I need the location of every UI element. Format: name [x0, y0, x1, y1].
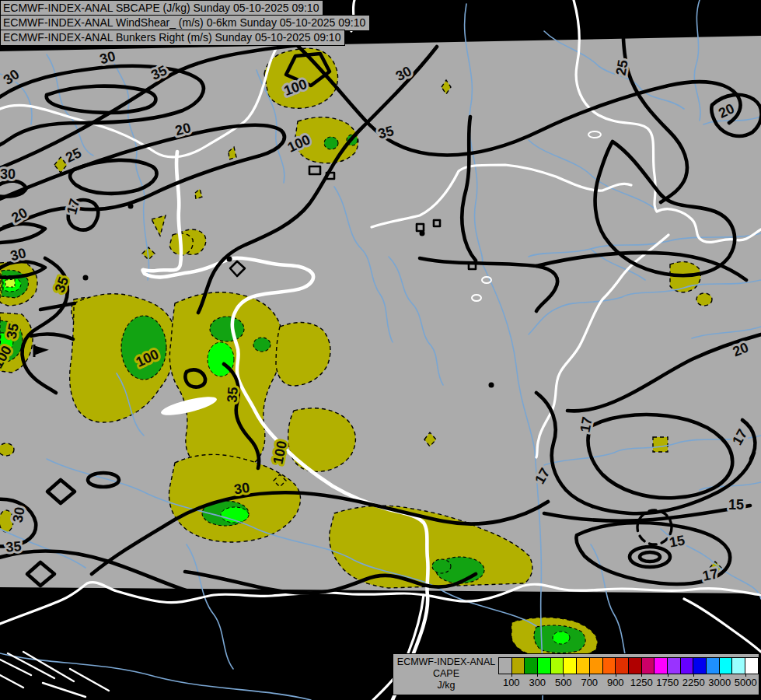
legend-color-cell: [563, 658, 576, 674]
legend-tick-label: 5000: [735, 677, 757, 688]
weather-map: 3030352025301720100100303525203035351001…: [0, 0, 761, 700]
legend-tick-label: 300: [529, 677, 546, 688]
legend-tick-label: 1750: [656, 677, 679, 688]
contour-label: 30: [233, 480, 251, 498]
contour-label: 15: [728, 497, 744, 513]
legend-tick-label: 3000: [708, 677, 731, 688]
legend-color-cell: [537, 658, 550, 674]
legend-title: ECMWF-INDEX-ANAL CAPE J/kg: [396, 656, 496, 691]
legend-color-cell: [731, 658, 745, 674]
legend-color-cell: [524, 658, 537, 674]
contour-label: 15: [668, 533, 686, 551]
legend-color-cell: [641, 658, 655, 674]
legend-tick-label: 2250: [682, 677, 705, 688]
legend-color-cell: [667, 658, 680, 674]
legend-color-cell: [511, 658, 525, 674]
contour-label: 17: [701, 565, 720, 584]
legend-tick-label: 700: [581, 677, 598, 688]
contour-label: 30: [10, 506, 28, 523]
header-line-bunkers: ECMWF-INDEX-ANAL Bunkers Right (m/s) Sun…: [0, 30, 345, 46]
legend-color-cell: [693, 658, 706, 674]
legend-tick-label: 100: [503, 677, 520, 688]
legend-color-cell: [589, 658, 602, 674]
contour-label: 25: [613, 58, 631, 76]
legend-tick-label: 500: [555, 677, 572, 688]
legend-tick-label: 900: [607, 677, 624, 688]
contour-label: 35: [224, 387, 241, 404]
cape-legend: ECMWF-INDEX-ANAL CAPE J/kg 1003005007009…: [393, 653, 759, 695]
contour-label: 35: [5, 538, 23, 555]
legend-color-cell: [602, 658, 616, 674]
legend-color-cell: [654, 658, 667, 674]
weather-map-page: 3030352025301720100100303525203035351001…: [0, 0, 761, 700]
legend-color-cell: [550, 658, 564, 674]
legend-color-cell: [628, 658, 641, 674]
contour-label: 17: [578, 415, 595, 433]
legend-title-line1: ECMWF-INDEX-ANAL: [396, 656, 496, 668]
legend-title-line2: CAPE: [396, 668, 496, 680]
legend-color-cell: [719, 658, 732, 674]
legend-tick-label: 1250: [630, 677, 653, 688]
legend-color-cell: [680, 658, 693, 674]
legend-color-cell: [745, 658, 758, 674]
header-line-sbcape: ECMWF-INDEX-ANAL SBCAPE (J/kg) Sunday 05…: [0, 0, 323, 16]
contour-label: 30: [0, 166, 16, 182]
header-line-windshear: ECMWF-INDEX-ANAL WindShear_ (m/s) 0-6km …: [0, 15, 370, 31]
legend-color-cell: [499, 658, 511, 674]
contour-label: 35: [3, 322, 22, 341]
legend-color-cell: [615, 658, 628, 674]
legend-title-line3: J/kg: [396, 680, 496, 691]
legend-color-cell: [576, 658, 589, 674]
legend-color-cell: [706, 658, 719, 674]
legend-colorbar: [498, 657, 759, 674]
